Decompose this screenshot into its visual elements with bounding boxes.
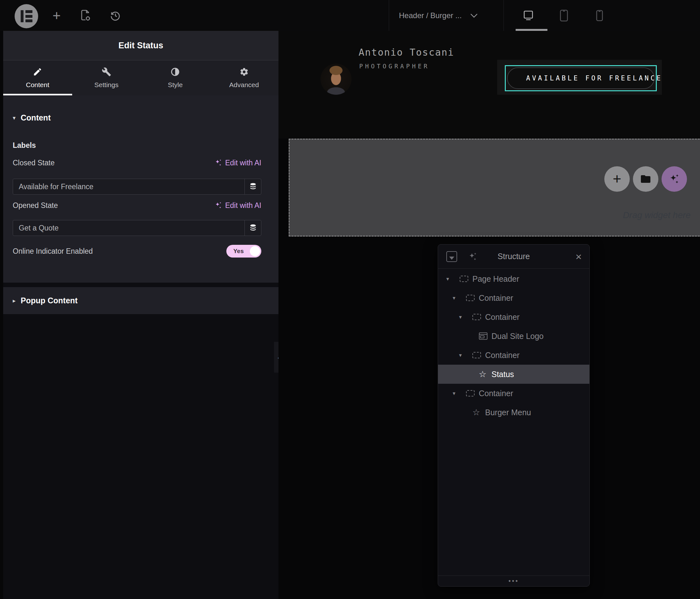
- structure-tree: ▾ Page Header ▾ Container ▾ Container: [438, 269, 590, 422]
- device-desktop-button[interactable]: [510, 0, 546, 31]
- tree-row-container[interactable]: ▾ Container: [438, 289, 590, 307]
- responsive-switcher: [510, 0, 617, 31]
- tree-row-label: Container: [485, 313, 520, 322]
- dynamic-tags-button[interactable]: [245, 220, 261, 235]
- toggle-state-label: Yes: [233, 248, 244, 255]
- structure-title: Structure: [438, 252, 590, 261]
- caret-down-icon[interactable]: ▾: [446, 276, 460, 282]
- template-name: Header / Burger ...: [399, 11, 461, 20]
- content-section-toggle[interactable]: ▾ Content: [13, 113, 51, 122]
- template-library-button[interactable]: [633, 166, 658, 192]
- caret-right-icon: ▸: [13, 297, 16, 304]
- plus-icon: +: [52, 8, 61, 23]
- tree-row-container[interactable]: ▾ Container: [438, 384, 590, 403]
- content-section: ▾ Content Labels Closed State Edit with …: [3, 95, 278, 283]
- elementor-editor: + Header / Burger ...: [0, 0, 700, 599]
- device-tablet-button[interactable]: [546, 0, 582, 31]
- drag-widget-hint: Drag widget here: [614, 210, 700, 220]
- structure-ai-button[interactable]: [468, 252, 477, 261]
- labels-heading: Labels: [13, 141, 36, 150]
- tablet-icon: [559, 9, 569, 22]
- caret-down-icon[interactable]: ▾: [453, 295, 466, 301]
- add-widget-button[interactable]: +: [604, 166, 630, 192]
- tab-content[interactable]: Content: [3, 60, 72, 95]
- caret-down-icon: ▾: [13, 115, 16, 121]
- dynamic-tags-button[interactable]: [245, 179, 261, 194]
- database-icon: [249, 224, 257, 232]
- site-logo-icon: [479, 332, 492, 340]
- opened-state-edit-with-ai[interactable]: Edit with AI: [214, 201, 261, 210]
- wrench-icon: [102, 67, 111, 77]
- gear-icon: [240, 67, 249, 77]
- tree-row-burger-menu[interactable]: ☆ Burger Menu: [438, 403, 590, 422]
- ai-builder-button[interactable]: [661, 166, 687, 192]
- online-indicator-toggle[interactable]: Yes: [226, 245, 261, 257]
- status-widget-selection[interactable]: AVAILABLE FOR FREELANCE: [505, 65, 657, 91]
- tab-label: Content: [26, 81, 49, 89]
- tab-settings[interactable]: Settings: [72, 60, 141, 95]
- edit-with-ai-label: Edit with AI: [225, 201, 261, 210]
- closed-state-field: [13, 179, 261, 195]
- container-icon: [466, 295, 479, 301]
- star-icon: ☆: [472, 408, 485, 417]
- triangle-down-icon: [449, 256, 454, 260]
- structure-resize-handle[interactable]: •••: [438, 575, 590, 586]
- pencil-icon: [33, 67, 42, 77]
- container-icon: [460, 276, 472, 282]
- toggle-knob: [250, 246, 260, 256]
- elementor-menu-button[interactable]: [15, 4, 38, 28]
- tree-row-status[interactable]: ☆ Status: [438, 365, 590, 384]
- tree-row-label: Page Header: [472, 274, 519, 283]
- tree-row-label: Dual Site Logo: [492, 332, 544, 341]
- top-toolbar: + Header / Burger ...: [0, 0, 700, 31]
- collapse-all-button[interactable]: [446, 251, 457, 262]
- status-button-preview[interactable]: AVAILABLE FOR FREELANCE: [507, 68, 654, 89]
- structure-panel: Structure × ▾ Page Header ▾ Container: [438, 244, 590, 586]
- tree-row-label: Container: [479, 294, 513, 303]
- editor-canvas: Antonio Toscani PHOTOGRAPHER AVAILABLE F…: [278, 31, 700, 599]
- tree-row-dual-site-logo[interactable]: Dual Site Logo: [438, 326, 590, 346]
- caret-down-icon[interactable]: ▾: [459, 314, 472, 321]
- page-settings-button[interactable]: [75, 0, 96, 31]
- avatar: [320, 64, 352, 95]
- device-mobile-button[interactable]: [582, 0, 617, 31]
- tab-label: Advanced: [229, 81, 259, 89]
- online-indicator-label: Online Indicator Enabled: [13, 247, 93, 256]
- tree-row-container[interactable]: ▾ Container: [438, 307, 590, 326]
- tree-row-container[interactable]: ▾ Container: [438, 346, 590, 365]
- history-button[interactable]: [105, 0, 126, 31]
- status-label: AVAILABLE FOR FREELANCE: [526, 74, 662, 82]
- popup-content-toggle[interactable]: ▸ Popup Content: [13, 296, 78, 305]
- toolbar-divider: [389, 0, 389, 31]
- tree-row-label: Status: [492, 370, 514, 379]
- tab-label: Settings: [94, 81, 119, 89]
- tree-row-page-header[interactable]: ▾ Page Header: [438, 269, 590, 289]
- tree-row-label: Burger Menu: [485, 408, 531, 417]
- structure-close-button[interactable]: ×: [575, 245, 582, 269]
- ai-sparkles-icon: [468, 252, 477, 261]
- empty-container-dropzone[interactable]: + Drag widget here: [289, 139, 700, 236]
- closed-state-input[interactable]: [13, 179, 245, 194]
- caret-down-icon[interactable]: ▾: [459, 352, 472, 359]
- plus-icon: +: [613, 172, 622, 185]
- contrast-icon: [170, 67, 180, 77]
- tab-advanced[interactable]: Advanced: [210, 60, 279, 95]
- template-switcher[interactable]: Header / Burger ...: [399, 0, 478, 31]
- opened-state-input[interactable]: [13, 220, 245, 235]
- opened-state-row: Opened State Edit with AI: [13, 200, 261, 210]
- tree-row-label: Container: [485, 351, 520, 360]
- container-icon: [466, 390, 479, 397]
- elementor-logo-icon: [21, 10, 32, 22]
- popup-section-title: Popup Content: [21, 296, 78, 305]
- popup-content-section[interactable]: ▸ Popup Content: [3, 287, 278, 314]
- tab-style[interactable]: Style: [141, 60, 210, 95]
- database-icon: [249, 182, 257, 191]
- close-icon: ×: [575, 251, 582, 263]
- panel-tabs: Content Settings Style Advanced: [3, 60, 278, 95]
- ai-sparkles-icon: [214, 159, 223, 167]
- caret-down-icon[interactable]: ▾: [453, 390, 466, 397]
- closed-state-edit-with-ai[interactable]: Edit with AI: [214, 159, 261, 167]
- tree-row-label: Container: [479, 389, 513, 398]
- add-element-button[interactable]: +: [47, 0, 66, 31]
- document-gear-icon: [80, 9, 91, 22]
